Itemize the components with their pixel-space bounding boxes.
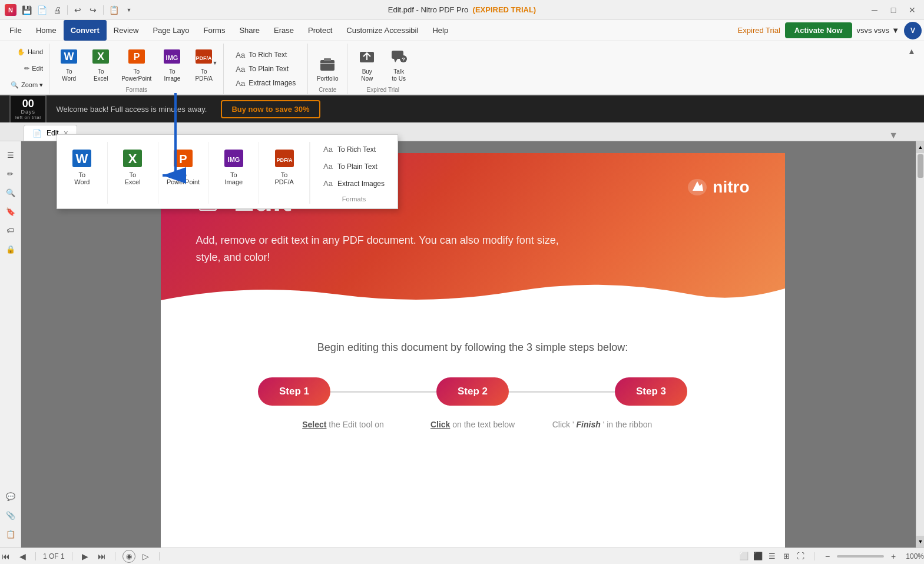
menu-file[interactable]: File (2, 20, 29, 41)
redo-btn[interactable]: ↪ (87, 4, 100, 16)
vertical-scrollbar[interactable]: ▲ ▼ (916, 141, 924, 548)
tool-tag[interactable]: 🏷 (2, 221, 19, 239)
undo-btn[interactable]: ↩ (71, 4, 84, 16)
tool-edit[interactable]: ✏ (2, 165, 19, 183)
tool-form[interactable]: 📋 (2, 525, 19, 543)
menu-review[interactable]: Review (107, 20, 146, 41)
dp-to-plain-text-btn[interactable]: Aa To Plain Text (317, 159, 390, 174)
clipboard-btn[interactable]: 📋 (107, 4, 120, 16)
dp-formats-label: Formats (317, 193, 390, 204)
single-page-view-btn[interactable]: ⬜ (737, 550, 750, 563)
tool-zoom[interactable]: 🔍 (2, 184, 19, 201)
last-page-btn[interactable]: ⏭ (96, 552, 108, 561)
step-2-btn[interactable]: Step 2 (436, 377, 509, 406)
dp-to-ppt-btn[interactable]: P ToPowerPoint (161, 142, 206, 191)
maximize-btn[interactable]: □ (886, 4, 900, 16)
prev-page-btn[interactable]: ◀ (16, 552, 28, 561)
nav-divider4 (159, 552, 160, 560)
minimize-btn[interactable]: ─ (867, 4, 882, 16)
tool-bookmark[interactable]: 🔖 (2, 203, 19, 220)
zoom-percent: 100% (903, 552, 924, 560)
buy-now-btn[interactable]: BuyNow (352, 44, 382, 85)
save-btn[interactable]: 💾 (20, 4, 33, 16)
dp-to-rich-text-btn[interactable]: Aa To Rich Text (317, 142, 390, 157)
dp-extract-images-btn[interactable]: Aa Extract Images (317, 176, 390, 191)
dp-to-word-btn[interactable]: W ToWord (59, 142, 105, 191)
window-controls: ─ □ ✕ (867, 4, 919, 16)
step-3-btn[interactable]: Step 3 (615, 377, 687, 406)
menu-share[interactable]: Share (232, 20, 267, 41)
scroll-down-btn[interactable]: ▼ (916, 536, 924, 548)
convert-dropdown-panel: W ToWord X ToExcel P (57, 134, 398, 209)
nav-circle-btn[interactable]: ◉ (122, 550, 135, 563)
svg-text:W: W (64, 51, 74, 62)
talk-to-us-btn[interactable]: ? Talkto Us (384, 44, 413, 85)
step3-desc: Click ' Finish ' in the ribbon (538, 420, 667, 429)
zoom-in-btn[interactable]: + (887, 552, 899, 561)
menu-convert[interactable]: Convert (64, 20, 107, 41)
fullscreen-btn[interactable]: ⛶ (794, 550, 807, 563)
zoom-slider[interactable] (837, 555, 884, 558)
to-powerpoint-btn[interactable]: P ToPowerPoint (118, 44, 155, 85)
fit-view-btn[interactable]: ⊞ (780, 550, 793, 563)
buy-now-save-button[interactable]: Buy now to save 30% (221, 100, 320, 118)
next-page-btn[interactable]: ▶ (80, 552, 91, 561)
to-word-btn[interactable]: W ToWord (54, 44, 84, 85)
qa-dropdown[interactable]: ▼ (122, 4, 135, 16)
ribbon-collapse-btn[interactable]: ▲ (906, 46, 917, 57)
first-page-btn[interactable]: ⏮ (0, 552, 12, 561)
scroll-thumb[interactable] (918, 154, 923, 178)
step-1-btn[interactable]: Step 1 (258, 377, 330, 406)
pdf-page: nitro E (161, 153, 785, 548)
print-btn[interactable]: 🖨 (51, 4, 64, 16)
user-avatar[interactable]: V (904, 22, 922, 39)
new-btn[interactable]: 📄 (35, 4, 48, 16)
zoom-out-btn[interactable]: − (822, 552, 833, 561)
to-pdfa-btn[interactable]: PDF/A ToPDF/A ▼ (189, 44, 218, 85)
nav-arrow-btn[interactable]: ▷ (140, 552, 152, 561)
edit-tool-btn[interactable]: ✏ Edit (7, 61, 47, 77)
title-bar: N 💾 📄 🖨 ↩ ↪ 📋 ▼ Edit.pdf - Nitro PDF Pro… (0, 0, 924, 20)
menu-forms[interactable]: Forms (197, 20, 233, 41)
close-btn[interactable]: ✕ (905, 4, 919, 16)
dp-to-excel-btn[interactable]: X ToExcel (110, 142, 155, 191)
svg-rect-10 (320, 60, 335, 71)
double-page-view-btn[interactable]: ⬛ (751, 550, 764, 563)
menu-erase[interactable]: Erase (267, 20, 301, 41)
wave-decoration (161, 283, 785, 318)
dropdown-arrow[interactable]: ▼ (212, 60, 217, 67)
activate-now-button[interactable]: Activate Now (785, 22, 852, 38)
portfolio-btn[interactable]: Portfolio (313, 44, 342, 85)
dp-col-ppt: P ToPowerPoint (158, 142, 209, 204)
scroll-track[interactable] (916, 153, 924, 536)
to-excel-btn[interactable]: X ToExcel (86, 44, 115, 85)
tool-lock[interactable]: 🔒 (2, 240, 19, 258)
steps-intro-text: Begin editing this document by following… (196, 341, 750, 354)
zoom-divider (814, 552, 814, 560)
menu-pagelayout[interactable]: Page Layo (145, 20, 196, 41)
user-menu[interactable]: vsvs vsvs ▼ (857, 26, 900, 35)
ribbon: ✋ Hand ✏ Edit 🔍 Zoom ▾ W ToWord (0, 41, 924, 95)
tool-hand[interactable]: ☰ (2, 146, 19, 164)
tool-attach[interactable]: 📎 (2, 506, 19, 524)
hand-tool-btn[interactable]: ✋ Hand (7, 45, 47, 60)
menu-protect[interactable]: Protect (301, 20, 339, 41)
to-rich-text-btn[interactable]: Aa To Rich Text (231, 48, 300, 61)
zoom-tool-btn[interactable]: 🔍 Zoom ▾ (7, 78, 47, 93)
scroll-view-btn[interactable]: ☰ (766, 550, 779, 563)
menu-home[interactable]: Home (29, 20, 64, 41)
menu-customize[interactable]: Customize Accessibil (339, 20, 425, 41)
bottom-bar: ⏮ ◀ 1 OF 1 ▶ ⏭ ◉ ▷ ⬜ ⬛ ☰ ⊞ ⛶ − + 100% (0, 548, 924, 564)
dp-to-image-btn[interactable]: IMG ToImage (211, 142, 256, 191)
to-image-btn[interactable]: IMG ToImage (157, 44, 187, 85)
nav-divider (35, 552, 36, 560)
app-logo: N (5, 4, 16, 16)
menu-help[interactable]: Help (425, 20, 455, 41)
menu-bar: File Home Convert Review Page Layo Forms… (0, 20, 924, 41)
dp-to-pdfa-btn[interactable]: PDF/A ToPDF/A (261, 142, 307, 191)
to-plain-text-btn[interactable]: Aa To Plain Text (231, 62, 300, 75)
tool-comment[interactable]: 💬 (2, 487, 19, 505)
tab-scroll-arrow[interactable]: ▼ (889, 130, 900, 141)
scroll-up-btn[interactable]: ▲ (916, 141, 924, 153)
extract-images-btn[interactable]: Aa Extract Images (231, 77, 300, 89)
